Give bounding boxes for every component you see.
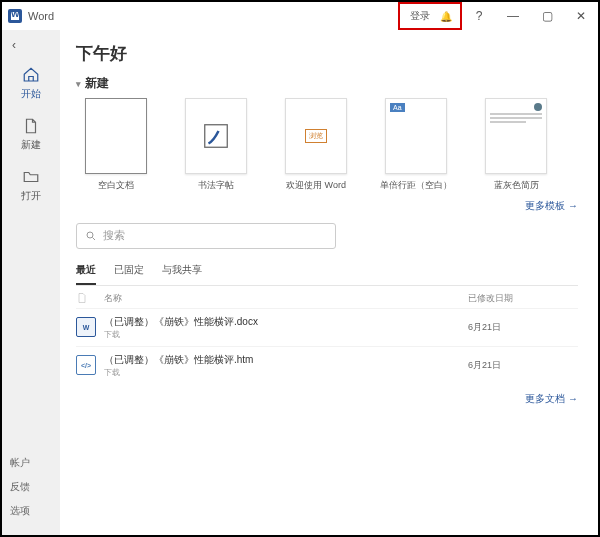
col-date[interactable]: 已修改日期 [468,292,578,306]
sidebar-feedback[interactable]: 反馈 [10,475,52,499]
docx-icon: W [76,317,96,337]
template-welcome[interactable]: 浏览 欢迎使用 Word [276,98,356,191]
file-name: （已调整）《崩铁》性能横评.docx [104,315,468,329]
sidebar-options[interactable]: 选项 [10,499,52,523]
signin-button[interactable]: 登录 [404,9,436,23]
sidebar-item-label: 新建 [21,138,41,152]
new-section-header[interactable]: ▾ 新建 [76,75,578,92]
template-blank[interactable]: 空白文档 [76,98,156,191]
file-date: 6月21日 [468,321,578,334]
search-input[interactable]: 搜索 [76,223,336,249]
sidebar-item-new[interactable]: 新建 [21,117,41,152]
home-icon [22,66,40,84]
col-name[interactable]: 名称 [104,292,468,306]
template-label: 空白文档 [98,180,134,191]
close-button[interactable]: ✕ [564,2,598,30]
tab-recent[interactable]: 最近 [76,259,96,285]
sidebar-item-label: 打开 [21,189,41,203]
sidebar-account[interactable]: 帐户 [10,451,52,475]
chevron-down-icon: ▾ [76,79,81,89]
list-header: 名称 已修改日期 [76,286,578,308]
search-icon [85,230,97,242]
file-row[interactable]: W （已调整）《崩铁》性能横评.docx 下载 6月21日 [76,308,578,346]
template-label: 欢迎使用 Word [286,180,346,191]
htm-icon: </> [76,355,96,375]
megaphone-icon[interactable]: 🔔 [436,4,456,28]
file-row[interactable]: </> （已调整）《崩铁》性能横评.htm 下载 6月21日 [76,346,578,384]
template-label: 单倍行距（空白） [380,180,452,191]
new-section-label: 新建 [85,75,109,92]
template-resume[interactable]: 蓝灰色简历 [476,98,556,191]
file-location: 下载 [104,367,468,378]
more-templates-link[interactable]: 更多模板 → [76,199,578,213]
signin-highlight: 登录 🔔 [398,2,462,30]
collapse-icon[interactable]: ‹ [2,38,16,52]
folder-icon [22,168,40,186]
more-docs-link[interactable]: 更多文档 → [76,392,578,406]
minimize-button[interactable]: — [496,2,530,30]
template-label: 书法字帖 [198,180,234,191]
sidebar-item-open[interactable]: 打开 [21,168,41,203]
sidebar-item-label: 开始 [21,87,41,101]
search-placeholder: 搜索 [103,228,125,243]
sidebar-item-home[interactable]: 开始 [21,66,41,101]
svg-line-2 [93,237,96,240]
sidebar: ‹ 开始 新建 打开 帐户 反馈 选项 [2,30,60,535]
file-location: 下载 [104,329,468,340]
svg-point-1 [87,232,93,238]
template-label: 蓝灰色简历 [494,180,539,191]
titlebar: Word 登录 🔔 ? — ▢ ✕ [2,2,598,30]
tab-pinned[interactable]: 已固定 [114,259,144,285]
doc-icon [22,117,40,135]
file-date: 6月21日 [468,359,578,372]
template-single-space[interactable]: Aa 单倍行距（空白） [376,98,456,191]
file-tabs: 最近 已固定 与我共享 [76,259,578,286]
doc-small-icon [76,292,88,304]
tab-shared[interactable]: 与我共享 [162,259,202,285]
template-calligraphy[interactable]: 书法字帖 [176,98,256,191]
greeting: 下午好 [76,42,578,65]
help-button[interactable]: ? [462,2,496,30]
maximize-button[interactable]: ▢ [530,2,564,30]
app-icon [8,9,22,23]
main-content: 下午好 ▾ 新建 空白文档 书法字帖 浏览 [60,30,598,535]
calligraphy-icon [201,119,231,153]
app-title: Word [28,10,54,22]
file-name: （已调整）《崩铁》性能横评.htm [104,353,468,367]
templates-row: 空白文档 书法字帖 浏览 欢迎使用 Word Aa 单倍行距（空白） [76,98,578,191]
